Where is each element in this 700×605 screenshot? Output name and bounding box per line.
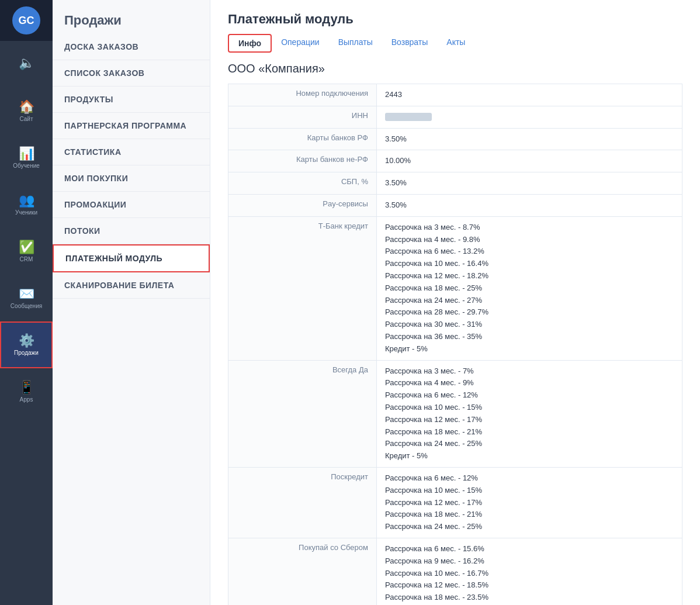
row-label: ИНН <box>228 106 377 128</box>
tabs: ИнфоОперацииВыплатыВозвратыАкты <box>228 34 682 53</box>
row-label: Покупай со Сбером <box>228 538 377 605</box>
icon-label-sales: Продажи <box>14 350 39 356</box>
company-name: ООО «Компания» <box>228 62 682 75</box>
learning-icon: 📊 <box>19 147 34 160</box>
logo-circle: GC <box>12 6 40 34</box>
sidebar-item-orders-list[interactable]: СПИСОК ЗАКАЗОВ <box>53 60 210 87</box>
table-row: Карты банков не-РФ10.00% <box>228 150 682 172</box>
table-row: Pay-сервисы3.50% <box>228 194 682 216</box>
table-row: Карты банков РФ3.50% <box>228 128 682 150</box>
row-value: Рассрочка на 6 мес. - 15.6%Рассрочка на … <box>376 538 682 605</box>
icon-bar: GC 🔈 🏠 Сайт 📊 Обучение 👥 Ученики ✅ CRM ✉… <box>0 0 53 605</box>
sales-icon: ⚙️ <box>19 334 34 347</box>
tab-operations[interactable]: Операции <box>272 34 329 53</box>
tab-acts[interactable]: Акты <box>437 34 474 53</box>
icon-bar-item-students[interactable]: 👥 Ученики <box>0 181 53 228</box>
crm-icon: ✅ <box>19 241 34 254</box>
logo: GC <box>0 0 53 41</box>
tab-returns[interactable]: Возвраты <box>382 34 438 53</box>
site-icon: 🏠 <box>19 101 34 113</box>
table-row: ПоскредитРассрочка на 6 мес. - 12%Рассро… <box>228 467 682 538</box>
icon-label-crm: CRM <box>20 256 33 262</box>
blurred-value <box>385 113 432 121</box>
table-row: Покупай со СберомРассрочка на 6 мес. - 1… <box>228 538 682 605</box>
sidebar-item-payment-module[interactable]: ПЛАТЕЖНЫЙ МОДУЛЬ <box>53 244 210 272</box>
volume-icon: 🔈 <box>19 57 34 70</box>
info-table: Номер подключения2443ИННКарты банков РФ3… <box>228 84 682 605</box>
row-label: Поскредит <box>228 467 377 538</box>
row-value: 2443 <box>376 84 682 106</box>
icon-label-messages: Сообщения <box>11 303 42 309</box>
table-row: СБП, %3.50% <box>228 172 682 195</box>
row-label: Карты банков РФ <box>228 128 377 150</box>
icon-bar-item-apps[interactable]: 📱 Apps <box>0 368 53 415</box>
icon-bar-item-site[interactable]: 🏠 Сайт <box>0 88 53 134</box>
sidebar-item-orders-board[interactable]: ДОСКА ЗАКАЗОВ <box>53 34 210 60</box>
sidebar-item-flows[interactable]: ПОТОКИ <box>53 218 210 244</box>
icon-bar-item-volume[interactable]: 🔈 <box>0 41 53 88</box>
row-value: Рассрочка на 3 мес. - 8.7%Рассрочка на 4… <box>376 216 682 360</box>
icon-bar-item-messages[interactable]: ✉️ Сообщения <box>0 275 53 321</box>
row-label: Pay-сервисы <box>228 194 377 216</box>
row-value: 3.50% <box>376 172 682 195</box>
sidebar-item-statistics[interactable]: СТАТИСТИКА <box>53 139 210 165</box>
main-content: Платежный модуль ИнфоОперацииВыплатыВозв… <box>210 0 700 605</box>
sidebar-title: Продажи <box>53 0 210 34</box>
table-row: ИНН <box>228 106 682 128</box>
row-value: Рассрочка на 6 мес. - 12%Рассрочка на 10… <box>376 467 682 538</box>
table-row: Всегда ДаРассрочка на 3 мес. - 7%Рассроч… <box>228 360 682 467</box>
tab-info[interactable]: Инфо <box>228 34 272 53</box>
icon-label-students: Ученики <box>15 209 37 216</box>
sidebar-item-promoactions[interactable]: ПРОМОАКЦИИ <box>53 192 210 218</box>
sidebar-item-partner-program[interactable]: ПАРТНЕРСКАЯ ПРОГРАММА <box>53 113 210 139</box>
icon-bar-item-learning[interactable]: 📊 Обучение <box>0 134 53 181</box>
table-row: Номер подключения2443 <box>228 84 682 106</box>
row-label: СБП, % <box>228 172 377 195</box>
row-value: Рассрочка на 3 мес. - 7%Рассрочка на 4 м… <box>376 360 682 467</box>
row-label: Всегда Да <box>228 360 377 467</box>
icon-bar-item-crm[interactable]: ✅ CRM <box>0 228 53 275</box>
sidebar-item-my-purchases[interactable]: МОИ ПОКУПКИ <box>53 165 210 192</box>
tab-payouts[interactable]: Выплаты <box>329 34 382 53</box>
row-label: Карты банков не-РФ <box>228 150 377 172</box>
icon-label-site: Сайт <box>19 116 33 122</box>
row-label: Т-Банк кредит <box>228 216 377 360</box>
page-title: Платежный модуль <box>228 12 682 27</box>
icon-bar-item-sales[interactable]: ⚙️ Продажи <box>0 321 53 368</box>
sidebar-item-ticket-scan[interactable]: СКАНИРОВАНИЕ БИЛЕТА <box>53 272 210 299</box>
messages-icon: ✉️ <box>19 288 34 300</box>
row-label: Номер подключения <box>228 84 377 106</box>
icon-label-apps: Apps <box>20 396 33 403</box>
row-value: 3.50% <box>376 128 682 150</box>
apps-icon: 📱 <box>19 381 34 394</box>
students-icon: 👥 <box>19 194 34 207</box>
row-value <box>376 106 682 128</box>
table-row: Т-Банк кредитРассрочка на 3 мес. - 8.7%Р… <box>228 216 682 360</box>
sidebar-item-products[interactable]: ПРОДУКТЫ <box>53 87 210 113</box>
sidebar: Продажи ДОСКА ЗАКАЗОВСПИСОК ЗАКАЗОВПРОДУ… <box>53 0 210 605</box>
row-value: 3.50% <box>376 194 682 216</box>
icon-label-learning: Обучение <box>13 163 40 169</box>
row-value: 10.00% <box>376 150 682 172</box>
